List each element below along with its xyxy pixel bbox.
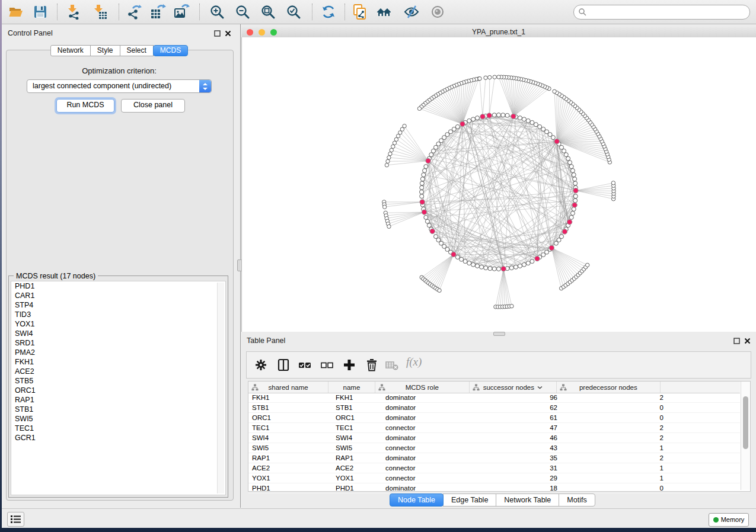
network-node[interactable]	[510, 305, 513, 308]
node-table[interactable]: shared namenameMCDS rolesuccessor nodesp…	[248, 381, 751, 492]
table-panel-close-icon[interactable]	[744, 338, 751, 344]
network-node[interactable]	[497, 75, 500, 79]
mcds-result-item[interactable]: FKH1	[11, 357, 225, 367]
column-header-MCDS-role[interactable]: MCDS role	[375, 382, 470, 393]
network-node[interactable]	[417, 107, 421, 110]
network-node[interactable]	[534, 123, 538, 127]
network-node[interactable]	[526, 261, 530, 265]
show-graphics-details-icon[interactable]	[430, 4, 445, 20]
panel-split-icon[interactable]	[277, 358, 290, 371]
network-node[interactable]	[505, 113, 509, 117]
network-node[interactable]	[492, 113, 496, 117]
network-node[interactable]	[387, 156, 391, 159]
mcds-result-item[interactable]: SWI4	[11, 329, 225, 338]
mcds-result-item[interactable]: PHD1	[11, 281, 225, 291]
network-node[interactable]	[573, 177, 577, 181]
network-node[interactable]	[518, 264, 522, 268]
table-row[interactable]: SWI4SWI4dominator462	[248, 433, 740, 443]
network-node[interactable]	[562, 229, 567, 234]
network-node[interactable]	[562, 149, 566, 153]
network-node[interactable]	[388, 152, 392, 155]
network-node[interactable]	[420, 190, 424, 194]
network-node[interactable]	[429, 153, 433, 157]
network-node[interactable]	[572, 173, 576, 177]
tab-network[interactable]: Network	[50, 45, 91, 56]
network-node[interactable]	[430, 229, 435, 233]
network-node[interactable]	[476, 116, 480, 120]
network-node[interactable]	[585, 263, 589, 267]
zoom-selected-icon[interactable]	[286, 4, 301, 20]
network-node[interactable]	[553, 89, 556, 93]
network-node[interactable]	[478, 76, 481, 80]
network-node[interactable]	[541, 127, 546, 131]
import-network-file-icon[interactable]	[66, 4, 81, 20]
column-header-successor-nodes[interactable]: successor nodes	[470, 382, 557, 393]
network-node[interactable]	[438, 289, 441, 292]
horizontal-splitter-handle[interactable]	[493, 332, 505, 336]
network-node[interactable]	[423, 169, 427, 173]
network-node[interactable]	[386, 159, 390, 163]
network-node[interactable]	[570, 211, 575, 215]
export-network-icon[interactable]	[127, 4, 142, 20]
result-list-scrollbar[interactable]	[217, 283, 224, 493]
table-row[interactable]: FKH1FKH1dominator962	[248, 393, 740, 403]
network-node[interactable]	[460, 257, 464, 261]
network-node[interactable]	[390, 148, 393, 152]
network-node[interactable]	[567, 220, 572, 225]
mcds-result-item[interactable]: YOX1	[11, 319, 225, 329]
mcds-result-item[interactable]: ORC1	[11, 386, 225, 395]
network-node[interactable]	[487, 113, 492, 118]
table-row[interactable]: ORC1ORC1dominator610	[248, 413, 740, 423]
control-panel-close-icon[interactable]	[225, 30, 231, 37]
run-mcds-button[interactable]: Run MCDS	[56, 99, 114, 113]
tab-style[interactable]: Style	[90, 45, 120, 56]
network-node[interactable]	[463, 259, 467, 264]
table-row[interactable]: TEC1TEC1connector472	[248, 423, 740, 433]
memory-button[interactable]: Memory	[709, 513, 749, 527]
add-column-icon[interactable]	[343, 358, 356, 371]
network-node[interactable]	[535, 256, 540, 261]
network-node[interactable]	[424, 165, 428, 169]
column-header-predecessor-nodes[interactable]: predecessor nodes	[557, 382, 661, 393]
network-node[interactable]	[455, 124, 460, 129]
tab-node-table[interactable]: Node Table	[390, 493, 444, 507]
mcds-result-item[interactable]: SRD1	[11, 338, 225, 348]
network-node[interactable]	[422, 173, 426, 177]
table-scrollbar[interactable]	[741, 382, 750, 490]
network-node[interactable]	[569, 165, 573, 169]
network-node[interactable]	[471, 117, 476, 121]
network-node[interactable]	[425, 219, 429, 223]
network-node[interactable]	[420, 200, 425, 204]
network-node[interactable]	[488, 75, 492, 79]
network-node[interactable]	[564, 153, 568, 157]
zoom-in-icon[interactable]	[209, 4, 225, 20]
close-panel-button[interactable]: Close panel	[121, 99, 185, 113]
import-table-file-icon[interactable]	[92, 4, 107, 20]
network-node[interactable]	[484, 76, 487, 79]
tab-edge-table[interactable]: Edge Table	[443, 493, 496, 507]
network-node[interactable]	[484, 266, 488, 270]
tab-mcds[interactable]: MCDS	[153, 45, 188, 56]
network-node[interactable]	[570, 169, 575, 173]
table-row[interactable]: SWI5SWI5connector431	[248, 443, 740, 453]
hide-graphics-details-icon[interactable]	[404, 4, 419, 20]
export-image-icon[interactable]	[174, 4, 190, 20]
tab-select[interactable]: Select	[120, 45, 154, 56]
save-session-icon[interactable]	[33, 4, 48, 20]
new-network-from-selection-icon[interactable]	[353, 4, 368, 20]
optimization-criterion-select[interactable]: largest connected component (undirected)	[27, 79, 212, 93]
network-node[interactable]	[513, 265, 518, 269]
mcds-result-item[interactable]: GCR1	[11, 433, 225, 443]
table-row[interactable]: YOX1YOX1connector291	[248, 473, 740, 483]
network-node[interactable]	[420, 177, 425, 181]
network-node[interactable]	[511, 114, 516, 118]
network-node[interactable]	[420, 194, 424, 198]
network-node[interactable]	[526, 118, 530, 123]
deselect-all-rows-icon[interactable]	[320, 358, 333, 371]
network-node[interactable]	[467, 261, 471, 265]
network-node[interactable]	[420, 181, 424, 185]
network-node[interactable]	[518, 116, 522, 120]
zoom-fit-icon[interactable]	[260, 4, 276, 20]
network-node[interactable]	[569, 215, 573, 219]
network-node[interactable]	[493, 75, 496, 79]
